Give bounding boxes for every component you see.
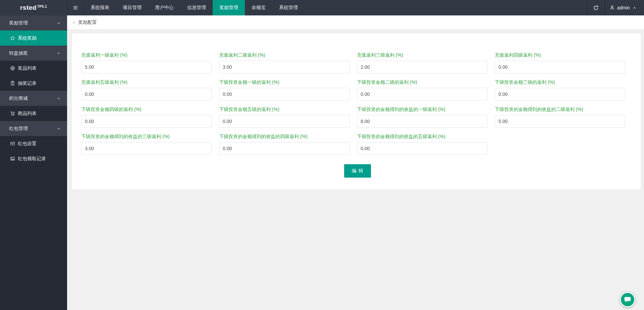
sidebar-item-lottery-records[interactable]: 抽奖记录 (0, 76, 67, 91)
field-label: 充值返利三级返利 (%) (357, 52, 495, 58)
field-input[interactable] (81, 61, 212, 73)
clipboard-icon (10, 81, 15, 86)
logo-version-badge: TP5.1 (37, 5, 47, 8)
form-field-invest-profit-rebate-l4: 下级投资的金额得到的收益的四级返利 (%) (219, 134, 357, 155)
navbar-right-area: admin (587, 0, 644, 15)
field-label: 充值返利一级返利 (%) (81, 52, 219, 58)
field-label: 下级投资金额三级的返利 (%) (495, 79, 633, 85)
sidebar-group-label: 红包管理 (9, 126, 28, 132)
nav-tab-user-center[interactable]: 用户中心 (148, 0, 180, 15)
reward-config-form: 充值返利一级返利 (%) 充值返利二级返利 (%) 充值返利三级返利 (%) 充… (81, 52, 634, 161)
field-input[interactable] (357, 88, 487, 101)
form-actions: 编 辑 (81, 164, 634, 178)
field-input[interactable] (219, 142, 350, 155)
sidebar-item-label: 商品列表 (18, 111, 37, 117)
field-label: 充值返利五级返利 (%) (81, 79, 219, 85)
chevron-down-icon (56, 126, 61, 131)
admin-username: admin (617, 5, 630, 10)
chevron-down-icon (56, 21, 61, 25)
admin-menu[interactable]: admin (604, 0, 644, 15)
breadcrumb-arrow-icon: » (72, 19, 75, 25)
page-title: 奖励配置 (78, 19, 97, 25)
sidebar-item-label: 系统奖励 (18, 35, 37, 41)
sidebar-item-system-reward[interactable]: 系统奖励 (0, 30, 67, 46)
sidebar-item-redpacket-claim-records[interactable]: 红包领取记录 (0, 151, 67, 166)
field-label: 下级投资的金额得到的收益的二级返利 (%) (495, 107, 633, 113)
envelope-icon (10, 141, 15, 146)
field-input[interactable] (81, 142, 212, 155)
chat-bubble-icon (624, 296, 631, 303)
field-input[interactable] (495, 115, 625, 128)
form-field-recharge-rebate-l3: 充值返利三级返利 (%) (357, 52, 495, 73)
form-field-recharge-rebate-l4: 充值返利四级返利 (%) (495, 52, 633, 73)
field-label: 下级投资的金额得到的收益的三级返利 (%) (81, 134, 219, 140)
cart-icon (10, 111, 15, 116)
sidebar-item-label: 红包设置 (18, 141, 37, 147)
sidebar-group-label: 积分商城 (9, 96, 28, 102)
form-field-invest-amount-rebate-l5: 下级投资金额五级的返利 (%) (219, 107, 357, 128)
form-field-recharge-rebate-l1: 充值返利一级返利 (%) (81, 52, 219, 73)
chevron-up-icon (632, 6, 637, 10)
sidebar-item-goods-list[interactable]: 商品列表 (0, 106, 67, 121)
chevron-down-icon (56, 96, 61, 101)
field-input[interactable] (357, 115, 487, 128)
logo-text: rsted (20, 4, 37, 11)
form-field-recharge-rebate-l2: 充值返利二级返利 (%) (219, 52, 357, 73)
field-input[interactable] (81, 88, 212, 101)
form-field-invest-profit-rebate-l2: 下级投资的金额得到的收益的二级返利 (%) (495, 107, 633, 128)
form-field-invest-amount-rebate-l3: 下级投资金额三级的返利 (%) (495, 79, 633, 101)
nav-tab-system-report[interactable]: 系统报表 (84, 0, 116, 15)
form-field-invest-profit-rebate-l5: 下级投资的金额得到的收益的五级返利 (%) (357, 134, 495, 155)
field-input[interactable] (357, 142, 487, 155)
star-icon (10, 36, 15, 41)
main-content: » 奖励配置 充值返利一级返利 (%) 充值返利二级返利 (%) 充值返利三级返… (67, 15, 644, 310)
sidebar-group-redpacket-mgmt[interactable]: 红包管理 (0, 121, 67, 136)
field-label: 充值返利二级返利 (%) (219, 52, 357, 58)
field-label: 下级投资的金额得到的收益的五级返利 (%) (357, 134, 495, 140)
sidebar-item-label: 奖品列表 (18, 65, 37, 71)
wheel-icon (10, 66, 15, 71)
reward-config-card: 充值返利一级返利 (%) 充值返利二级返利 (%) 充值返利三级返利 (%) 充… (72, 34, 641, 189)
field-input[interactable] (495, 61, 625, 73)
sidebar: 奖励管理 系统奖励 转盘抽奖 奖品列表 抽奖记录 积分商城 商品列表 红包管理 … (0, 15, 67, 310)
sidebar-group-label: 奖励管理 (9, 20, 28, 26)
nav-tab-reward-mgmt[interactable]: 奖励管理 (213, 0, 245, 15)
chevron-down-icon (56, 51, 61, 56)
field-label: 下级投资金额一级的返利 (%) (219, 79, 357, 85)
nav-tab-info-mgmt[interactable]: 信息管理 (180, 0, 213, 15)
refresh-button[interactable] (587, 0, 604, 15)
form-field-invest-amount-rebate-l1: 下级投资金额一级的返利 (%) (219, 79, 357, 101)
field-input[interactable] (219, 61, 350, 73)
field-input[interactable] (219, 115, 350, 128)
field-label: 下级投资的金额得到的收益的一级返利 (%) (357, 107, 495, 113)
hamburger-icon (73, 5, 78, 10)
nav-tab-system-mgmt[interactable]: 系统管理 (272, 0, 305, 15)
sidebar-item-label: 抽奖记录 (18, 80, 37, 86)
form-field-recharge-rebate-l5: 充值返利五级返利 (%) (81, 79, 219, 101)
form-field-invest-profit-rebate-l3: 下级投资的金额得到的收益的三级返利 (%) (81, 134, 219, 155)
field-input[interactable] (495, 88, 625, 101)
field-input[interactable] (357, 61, 487, 73)
sidebar-group-reward-mgmt[interactable]: 奖励管理 (0, 15, 67, 30)
app-logo: rstedTP5.1 (0, 0, 67, 15)
sidebar-group-wheel-lottery[interactable]: 转盘抽奖 (0, 46, 67, 61)
breadcrumb: » 奖励配置 (67, 15, 644, 29)
sidebar-item-prize-list[interactable]: 奖品列表 (0, 61, 67, 76)
field-label: 充值返利四级返利 (%) (495, 52, 633, 58)
sidebar-item-redpacket-settings[interactable]: 红包设置 (0, 136, 67, 151)
edit-button[interactable]: 编 辑 (344, 164, 371, 178)
field-input[interactable] (81, 115, 212, 128)
sidebar-group-points-mall[interactable]: 积分商城 (0, 91, 67, 106)
sidebar-group-label: 转盘抽奖 (9, 50, 28, 56)
nav-tab-yuebao[interactable]: 余额宝 (245, 0, 272, 15)
nav-tab-project-mgmt[interactable]: 项目管理 (116, 0, 148, 15)
field-label: 下级投资的金额得到的收益的四级返利 (%) (219, 134, 357, 140)
form-field-invest-amount-rebate-l2: 下级投资金额二级的返利 (%) (357, 79, 495, 101)
refresh-icon (593, 5, 599, 11)
sidebar-toggle-button[interactable] (67, 0, 84, 15)
field-label: 下级投资金额二级的返利 (%) (357, 79, 495, 85)
field-label: 下级投资金额四级的返利 (%) (81, 107, 219, 113)
field-label: 下级投资金额五级的返利 (%) (219, 107, 357, 113)
customer-service-fab[interactable] (620, 292, 635, 307)
field-input[interactable] (219, 88, 350, 101)
